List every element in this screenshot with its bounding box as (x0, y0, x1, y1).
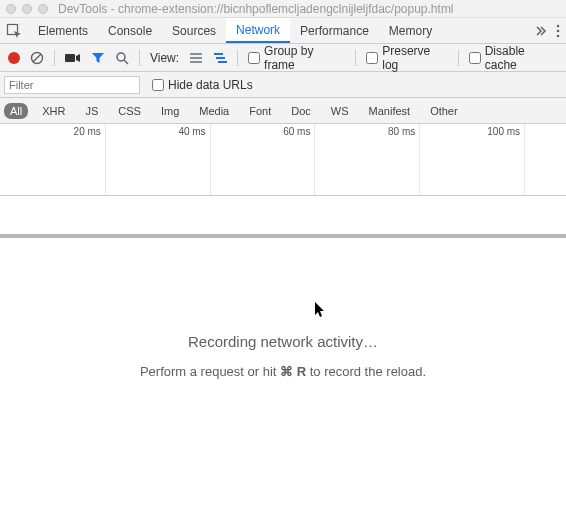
svg-point-6 (117, 53, 125, 61)
empty-hint-after: to record the reload. (306, 364, 426, 379)
empty-hint-before: Perform a request or hit (140, 364, 280, 379)
empty-state-primary: Recording network activity… (188, 333, 378, 350)
waterfall-icon (213, 52, 227, 64)
svg-point-1 (557, 24, 560, 27)
type-filter-doc[interactable]: Doc (285, 103, 317, 119)
timeline-gridline (314, 124, 315, 195)
svg-rect-5 (65, 54, 75, 62)
waterfall-header (0, 196, 566, 238)
disable-cache-checkbox[interactable]: Disable cache (469, 44, 558, 72)
timeline-gridline (105, 124, 106, 195)
timeline-tick-label: 40 ms (178, 126, 209, 137)
type-filter-xhr[interactable]: XHR (36, 103, 71, 119)
search-button[interactable] (115, 51, 129, 65)
type-filter-all[interactable]: All (4, 103, 28, 119)
devtools-menu-button[interactable] (556, 24, 560, 38)
panel-tabs: ElementsConsoleSourcesNetworkPerformance… (0, 18, 566, 44)
preserve-log-label: Preserve log (382, 44, 448, 72)
filter-icon (91, 51, 105, 65)
type-filter-js[interactable]: JS (79, 103, 104, 119)
svg-point-3 (557, 34, 560, 37)
disable-cache-label: Disable cache (485, 44, 558, 72)
timeline-tick-label: 80 ms (388, 126, 419, 137)
capture-screenshots-button[interactable] (65, 52, 81, 64)
large-rows-button[interactable] (189, 52, 203, 64)
toolbar-divider (139, 50, 140, 66)
group-by-frame-checkbox[interactable]: Group by frame (248, 44, 345, 72)
type-filter-img[interactable]: Img (155, 103, 185, 119)
empty-hint-kbd: ⌘ R (280, 364, 306, 379)
svg-point-2 (557, 29, 560, 32)
clear-icon (30, 51, 44, 65)
empty-state-secondary: Perform a request or hit ⌘ R to record t… (140, 364, 426, 379)
toolbar-divider (458, 50, 459, 66)
timeline-tick-label: 20 ms (74, 126, 105, 137)
zoom-window-button[interactable] (38, 4, 48, 14)
toolbar-divider (237, 50, 238, 66)
filter-toggle-button[interactable] (91, 51, 105, 65)
tab-performance[interactable]: Performance (290, 18, 379, 43)
close-window-button[interactable] (6, 4, 16, 14)
timeline-overview[interactable]: 20 ms40 ms60 ms80 ms100 ms (0, 124, 566, 196)
waterfall-view-button[interactable] (213, 52, 227, 64)
traffic-lights (6, 4, 48, 14)
type-filter-ws[interactable]: WS (325, 103, 355, 119)
tab-console[interactable]: Console (98, 18, 162, 43)
svg-rect-11 (216, 57, 225, 59)
type-filter-other[interactable]: Other (424, 103, 464, 119)
toolbar-divider (54, 50, 55, 66)
cursor-icon (315, 302, 327, 318)
clear-button[interactable] (30, 51, 44, 65)
type-filter-media[interactable]: Media (193, 103, 235, 119)
view-label: View: (150, 51, 179, 65)
tab-sources[interactable]: Sources (162, 18, 226, 43)
hide-data-urls-label: Hide data URLs (168, 78, 253, 92)
timeline-tick-label: 100 ms (487, 126, 524, 137)
timeline-tick-label: 60 ms (283, 126, 314, 137)
network-log-empty: Recording network activity… Perform a re… (0, 238, 566, 474)
chevrons-right-icon (534, 24, 548, 38)
window-title: DevTools - chrome-extension://bicnhpofle… (58, 2, 454, 16)
record-button[interactable] (8, 52, 20, 64)
record-icon (8, 52, 20, 64)
type-filter-manifest[interactable]: Manifest (363, 103, 417, 119)
tab-memory[interactable]: Memory (379, 18, 442, 43)
resource-type-filter: AllXHRJSCSSImgMediaFontDocWSManifestOthe… (0, 98, 566, 124)
minimize-window-button[interactable] (22, 4, 32, 14)
window-titlebar: DevTools - chrome-extension://bicnhpofle… (0, 0, 566, 18)
timeline-gridline (524, 124, 525, 195)
group-by-frame-label: Group by frame (264, 44, 345, 72)
hide-data-urls-input[interactable] (152, 79, 164, 91)
camera-icon (65, 52, 81, 64)
svg-rect-10 (214, 53, 223, 55)
kebab-menu-icon (556, 24, 560, 38)
preserve-log-input[interactable] (366, 52, 378, 64)
svg-rect-12 (218, 61, 227, 63)
group-by-frame-input[interactable] (248, 52, 260, 64)
list-icon (189, 52, 203, 64)
filter-bar: Hide data URLs (0, 72, 566, 98)
tab-network[interactable]: Network (226, 18, 290, 43)
hide-data-urls-checkbox[interactable]: Hide data URLs (152, 78, 253, 92)
more-tabs-button[interactable] (534, 24, 548, 38)
toggle-inspect-button[interactable] (0, 18, 28, 43)
timeline-gridline (210, 124, 211, 195)
type-filter-css[interactable]: CSS (112, 103, 147, 119)
network-toolbar: View: Group by frame Preserve log Disabl… (0, 44, 566, 72)
inspect-element-icon (6, 23, 22, 39)
type-filter-font[interactable]: Font (243, 103, 277, 119)
tab-elements[interactable]: Elements (28, 18, 98, 43)
filter-input[interactable] (4, 76, 140, 94)
preserve-log-checkbox[interactable]: Preserve log (366, 44, 448, 72)
search-icon (115, 51, 129, 65)
toolbar-divider (355, 50, 356, 66)
timeline-gridline (419, 124, 420, 195)
disable-cache-input[interactable] (469, 52, 481, 64)
